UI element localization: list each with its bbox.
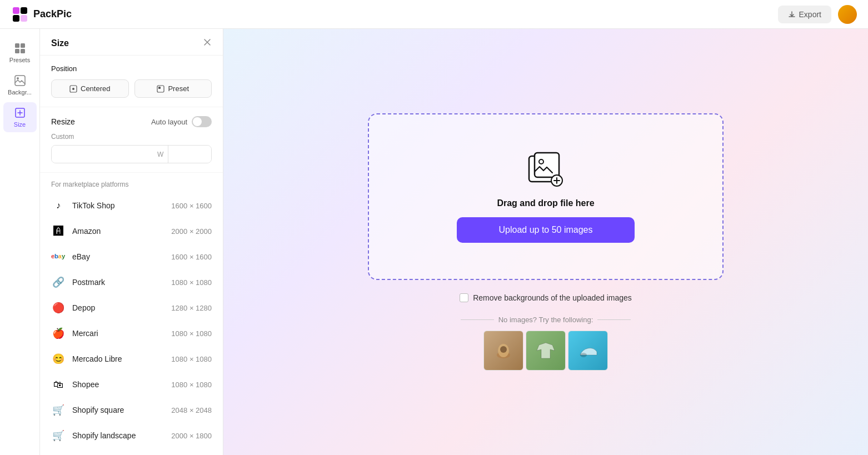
marketplace-shopee[interactable]: 🛍 Shopee 1080 × 1080 [40,372,223,397]
resize-label: Resize [51,117,75,126]
marketplace-mercadolibre-size: 1080 × 1080 [171,355,212,363]
marketplace-mercari[interactable]: 🍎 Mercari 1080 × 1080 [40,321,223,346]
width-input-wrap: W [52,146,168,163]
preset-button[interactable]: Preset [134,79,212,98]
marketplace-mercari-size: 1080 × 1080 [171,329,212,338]
shopify-landscape-icon: 🛒 [51,428,66,443]
width-input[interactable] [52,146,156,163]
svg-text:a: a [58,253,62,259]
app-name: PackPic [33,8,72,20]
sidebar-item-presets[interactable]: Presets [3,38,37,68]
panel-header: Size [40,29,223,56]
presets-icon [14,42,26,54]
remove-bg-checkbox[interactable] [460,293,468,302]
shoe-sample[interactable] [568,331,608,371]
wh-inputs: W H [51,145,212,163]
marketplace-shopify-square-name: Shopify square [72,406,171,414]
sidebar-icons: Presets Backgr... Size [0,29,40,455]
svg-point-13 [72,88,74,90]
ebay-icon: e b a y [51,249,66,264]
resize-section: Resize Auto layout Custom W H [40,107,223,173]
height-input-wrap: H [168,146,212,163]
centered-icon [69,85,77,93]
header-actions: Export [778,5,857,24]
remove-bg-row: Remove backgrounds of the uploaded image… [460,293,632,302]
panel-title: Size [51,38,69,48]
depop-icon: 🔴 [51,301,66,315]
sidebar-background-label: Backgr... [8,89,32,96]
drop-zone[interactable]: Drag and drop file here Upload up to 50 … [368,113,724,280]
marketplace-shopify-square-size: 2048 × 2048 [171,406,212,414]
main-layout: Presets Backgr... Size Size [0,29,868,455]
custom-label: Custom [51,133,212,141]
svg-rect-3 [13,15,19,22]
marketplace-amazon-name: Amazon [72,227,171,236]
background-icon [14,74,26,87]
marketplace-postmark[interactable]: 🔗 Postmark 1080 × 1080 [40,269,223,295]
svg-rect-6 [21,43,25,48]
svg-point-26 [500,346,507,353]
user-avatar[interactable] [838,5,857,24]
shopify-square-icon: 🛒 [51,403,66,417]
marketplace-tiktok-size: 1600 × 1600 [171,202,212,210]
mercari-icon: 🍎 [51,326,66,341]
app-header: PackPic Export [0,0,868,29]
svg-rect-2 [21,7,27,14]
auto-layout-toggle[interactable] [192,116,212,127]
shirt-sample[interactable] [526,331,566,371]
marketplace-mercadolibre-name: Mercado Libre [72,354,171,363]
position-section: Position Centered Preset [40,56,223,107]
image-upload-icon [526,151,565,189]
marketplace-tiktok-name: TikTok Shop [72,201,171,210]
sample-section: No images? Try the following: [461,316,631,371]
marketplace-mercadolibre[interactable]: 😊 Mercado Libre 1080 × 1080 [40,346,223,372]
centered-button[interactable]: Centered [51,79,129,98]
marketplace-ebay[interactable]: e b a y eBay 1600 × 1600 [40,244,223,269]
remove-bg-label: Remove backgrounds of the uploaded image… [473,293,632,302]
packpic-logo-icon [11,6,29,23]
marketplace-tiktok[interactable]: ♪ TikTok Shop 1600 × 1600 [40,193,223,218]
centered-label: Centered [81,84,110,93]
marketplace-depop-name: Depop [72,303,171,312]
marketplace-amazon[interactable]: 🅰 Amazon 2000 × 2000 [40,218,223,244]
shopee-icon: 🛍 [51,377,66,392]
svg-rect-1 [13,7,19,14]
export-label: Export [799,10,821,19]
sidebar-size-label: Size [14,121,26,128]
marketplace-shopify-square[interactable]: 🛒 Shopify square 2048 × 2048 [40,397,223,423]
drag-drop-text: Drag and drop file here [497,198,594,208]
sidebar-presets-label: Presets [9,57,30,63]
marketplace-postmark-name: Postmark [72,278,171,287]
marketplace-shopify-landscape[interactable]: 🛒 Shopify landscape 2000 × 1800 [40,423,223,448]
marketplace-amazon-size: 2000 × 2000 [171,227,212,236]
sample-hint-text: No images? Try the following: [461,316,631,324]
preset-label: Preset [168,84,189,93]
svg-rect-21 [535,153,559,177]
svg-rect-14 [157,86,164,92]
tiktok-icon: ♪ [51,198,66,213]
size-panel: Size Position Centered [40,29,223,455]
position-label: Position [51,64,212,73]
mercadolibre-icon: 😊 [51,352,66,366]
panel-close-button[interactable] [203,38,212,48]
coffee-sample[interactable] [483,331,523,371]
marketplace-shopee-size: 1080 × 1080 [171,381,212,389]
app-logo: PackPic [11,6,72,23]
resize-row: Resize Auto layout [51,116,212,127]
height-input[interactable] [168,146,212,163]
marketplace-list: ♪ TikTok Shop 1600 × 1600 🅰 Amazon 2000 … [40,193,223,448]
marketplace-shopify-landscape-size: 2000 × 1800 [171,432,212,440]
svg-text:y: y [62,253,66,259]
marketplace-depop[interactable]: 🔴 Depop 1280 × 1280 [40,295,223,321]
sidebar-item-background[interactable]: Backgr... [3,70,37,100]
export-button[interactable]: Export [778,6,831,23]
marketplace-postmark-size: 1080 × 1080 [171,278,212,287]
preset-icon [157,85,164,93]
svg-rect-9 [15,76,25,86]
canvas-content: Drag and drop file here Upload up to 50 … [351,113,740,371]
upload-button[interactable]: Upload up to 50 images [457,217,635,243]
marketplace-depop-size: 1280 × 1280 [171,304,212,312]
size-icon [14,107,26,119]
svg-rect-8 [21,49,25,53]
sidebar-item-size[interactable]: Size [3,102,37,132]
